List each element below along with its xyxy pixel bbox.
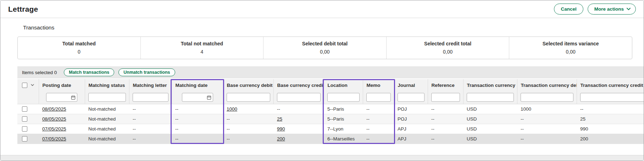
column-header-posting-date[interactable]: Posting date bbox=[39, 79, 85, 91]
row-select-cell bbox=[17, 104, 39, 114]
cell-journal: APJ bbox=[394, 134, 428, 144]
table-toolbar: Items selected 0 Match transactions Unma… bbox=[17, 66, 644, 78]
column-header-transaction-currency[interactable]: Transaction currency bbox=[463, 79, 517, 91]
table-row: 07/05/2025 Not-matched -- -- -- 990 7--L… bbox=[17, 124, 644, 134]
cell-matching-status: Not-matched bbox=[85, 134, 129, 144]
section-title: Transactions bbox=[23, 24, 644, 31]
column-header-matching-letter[interactable]: Matching letter bbox=[129, 79, 172, 91]
cell-matching-date: -- bbox=[172, 134, 223, 144]
amount-link[interactable]: 25 bbox=[277, 116, 282, 122]
transactions-panel: Transactions Total matched 0 Total not m… bbox=[0, 18, 644, 155]
match-transactions-button[interactable]: Match transactions bbox=[64, 68, 114, 77]
cell-transaction-currency: USD bbox=[463, 124, 517, 134]
summary-selected-credit-total: Selected credit total 0,00 bbox=[386, 37, 509, 59]
column-header-memo[interactable]: Memo bbox=[363, 79, 394, 91]
filter-matching-letter-input[interactable] bbox=[133, 93, 168, 102]
summary-label: Selected items variance bbox=[509, 41, 632, 46]
cell-memo: -- bbox=[363, 104, 394, 114]
column-header-matching-date[interactable]: Matching date bbox=[172, 79, 223, 91]
filter-transaction-currency-input[interactable] bbox=[467, 93, 514, 102]
cell-transaction-currency: USD bbox=[463, 134, 517, 144]
filter-transaction-currency-debit-input[interactable] bbox=[521, 93, 573, 102]
more-actions-label: More actions bbox=[594, 7, 624, 12]
cell-transaction-currency-debit: -- bbox=[517, 114, 577, 124]
filter-journal-input[interactable] bbox=[398, 93, 424, 102]
select-all-checkbox[interactable] bbox=[22, 83, 27, 88]
cell-location: 5--Paris bbox=[324, 114, 363, 124]
table-row: 08/05/2025 Not-matched -- -- -- 25 5--Pa… bbox=[17, 114, 644, 124]
row-checkbox[interactable] bbox=[22, 106, 27, 112]
table-row: 08/05/2025 Not-matched -- -- 1000 -- 5--… bbox=[17, 104, 644, 114]
calendar-icon[interactable] bbox=[71, 95, 76, 100]
more-actions-button[interactable]: More actions bbox=[588, 4, 636, 15]
cell-matching-letter: -- bbox=[129, 124, 172, 134]
summary-total-not-matched: Total not matched 4 bbox=[140, 37, 263, 59]
select-menu-chevron-down-icon[interactable] bbox=[31, 84, 34, 86]
filter-posting-date bbox=[46, 93, 77, 102]
cell-matching-status: Not-matched bbox=[85, 114, 129, 124]
summary-label: Total not matched bbox=[141, 41, 263, 46]
summary-value: 0,00 bbox=[263, 49, 386, 55]
row-select-cell bbox=[17, 134, 39, 144]
posting-date-link[interactable]: 07/05/2025 bbox=[42, 136, 66, 141]
row-checkbox[interactable] bbox=[22, 126, 27, 132]
cell-transaction-currency: USD bbox=[463, 104, 517, 114]
filter-matching-status-input[interactable] bbox=[88, 93, 126, 102]
column-header-matching-status[interactable]: Matching status bbox=[85, 79, 129, 91]
filter-memo-input[interactable] bbox=[366, 93, 391, 102]
column-header-base-currency-credit[interactable]: Base currency credit bbox=[273, 79, 324, 91]
posting-date-link[interactable]: 08/05/2025 bbox=[42, 106, 66, 112]
amount-link[interactable]: 200 bbox=[277, 136, 285, 141]
cell-journal: POJ bbox=[394, 104, 428, 114]
column-header-reference[interactable]: Reference bbox=[428, 79, 463, 91]
filter-reference-input[interactable] bbox=[431, 93, 460, 102]
amount-link[interactable]: 1000 bbox=[227, 106, 237, 112]
unmatch-transactions-button[interactable]: Unmatch transactions bbox=[118, 68, 175, 77]
calendar-icon[interactable] bbox=[207, 95, 211, 100]
filter-base-currency-debit-input[interactable] bbox=[227, 93, 270, 102]
cell-base-currency-debit: -- bbox=[223, 114, 273, 124]
filter-empty-cell bbox=[17, 91, 39, 104]
cell-matching-date: -- bbox=[172, 114, 223, 124]
posting-date-link[interactable]: 07/05/2025 bbox=[42, 126, 66, 132]
column-header-journal[interactable]: Journal bbox=[394, 79, 428, 91]
amount-link[interactable]: 990 bbox=[277, 126, 285, 132]
cell-journal: APJ bbox=[394, 124, 428, 134]
summary-selected-debit-total: Selected debit total 0,00 bbox=[263, 37, 386, 59]
cell-posting-date: 07/05/2025 bbox=[39, 124, 85, 134]
row-checkbox[interactable] bbox=[22, 116, 27, 122]
filter-transaction-currency-credit-input[interactable] bbox=[580, 93, 644, 102]
table-scroll-container[interactable]: Posting date Matching status Matching le… bbox=[17, 79, 644, 144]
cancel-button[interactable]: Cancel bbox=[554, 4, 583, 15]
column-header-transaction-currency-credit[interactable]: Transaction currency credit bbox=[577, 79, 644, 91]
cell-matching-letter: -- bbox=[129, 114, 172, 124]
row-checkbox[interactable] bbox=[22, 136, 27, 141]
app-window: Lettrage Cancel More actions Transaction… bbox=[0, 0, 644, 161]
filter-matching-date bbox=[182, 93, 213, 102]
filter-location-input[interactable] bbox=[327, 93, 360, 102]
cell-base-currency-debit: -- bbox=[223, 134, 273, 144]
cell-transaction-currency-debit: 1000 bbox=[517, 104, 577, 114]
column-header-transaction-currency-debit[interactable]: Transaction currency debit bbox=[517, 79, 577, 91]
column-header-base-currency-debit[interactable]: Base currency debit bbox=[223, 79, 273, 91]
summary-label: Selected debit total bbox=[263, 41, 386, 46]
cell-base-currency-credit: -- bbox=[273, 104, 324, 114]
summary-value: 0,00 bbox=[387, 49, 509, 55]
items-selected-count: Items selected 0 bbox=[22, 70, 57, 75]
cell-matching-letter: -- bbox=[129, 104, 172, 114]
cell-location: 6--Marseilles bbox=[324, 134, 363, 144]
column-header-location[interactable]: Location bbox=[324, 79, 363, 91]
summary-total-matched: Total matched 0 bbox=[18, 37, 140, 59]
filter-base-currency-credit-input[interactable] bbox=[277, 93, 321, 102]
page-title: Lettrage bbox=[8, 5, 38, 13]
cell-posting-date: 08/05/2025 bbox=[39, 114, 85, 124]
table-row: 07/05/2025 Not-matched -- -- -- 200 6--M… bbox=[17, 134, 644, 144]
cell-reference: -- bbox=[428, 104, 463, 114]
table-header-row: Posting date Matching status Matching le… bbox=[17, 79, 644, 91]
cell-posting-date: 08/05/2025 bbox=[39, 104, 85, 114]
cell-matching-status: Not-matched bbox=[85, 104, 129, 114]
cell-journal: POJ bbox=[394, 114, 428, 124]
summary-value: 4 bbox=[141, 49, 263, 55]
cell-matching-letter: -- bbox=[129, 134, 172, 144]
posting-date-link[interactable]: 08/05/2025 bbox=[42, 116, 66, 122]
